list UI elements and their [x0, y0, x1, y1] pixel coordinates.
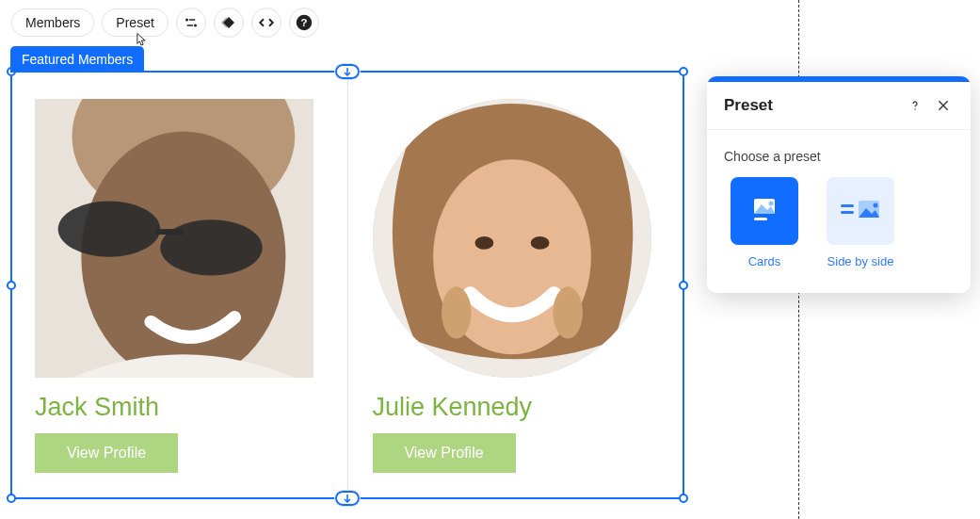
preset-option-cards[interactable]: Cards	[724, 177, 805, 268]
svg-point-20	[769, 202, 774, 206]
panel-header: Preset	[707, 82, 971, 130]
resize-handle[interactable]	[679, 67, 688, 76]
svg-point-25	[874, 203, 878, 208]
selection-badge: Featured Members	[10, 46, 144, 73]
svg-rect-22	[841, 204, 854, 207]
stretch-icon[interactable]	[251, 8, 281, 38]
badge-label: Featured Members	[22, 52, 133, 67]
members-button[interactable]: Members	[11, 8, 94, 37]
preset-panel: Preset Choose a preset Cards Side by sid…	[707, 76, 971, 293]
animation-icon[interactable]	[214, 8, 244, 38]
panel-subtitle: Choose a preset	[724, 149, 954, 164]
preset-thumb-cards-icon	[731, 177, 798, 245]
members-label: Members	[25, 15, 80, 30]
preset-option-label: Cards	[724, 254, 805, 268]
svg-text:?: ?	[300, 17, 307, 28]
cursor-pointer-icon	[132, 31, 151, 54]
resize-handle[interactable]	[7, 494, 16, 503]
settings-icon[interactable]	[176, 8, 206, 38]
svg-rect-21	[754, 218, 767, 220]
preset-label: Preset	[116, 15, 153, 30]
svg-point-18	[914, 108, 915, 109]
help-icon[interactable]: ?	[289, 8, 319, 38]
svg-rect-3	[186, 24, 193, 26]
panel-title: Preset	[724, 96, 897, 115]
panel-help-icon[interactable]	[905, 95, 925, 116]
resize-handle[interactable]	[679, 494, 688, 503]
preset-option-label: Side by side	[820, 254, 901, 268]
resize-handle[interactable]	[679, 281, 688, 290]
close-icon[interactable]	[933, 95, 954, 116]
resize-handle[interactable]	[7, 281, 16, 290]
svg-point-2	[194, 24, 197, 27]
toolbar: Members Preset ?	[11, 8, 319, 38]
drag-handle-top-icon[interactable]	[334, 63, 361, 80]
svg-point-0	[185, 19, 188, 22]
svg-rect-23	[841, 211, 854, 214]
preset-options: Cards Side by side	[724, 177, 954, 268]
preset-option-side-by-side[interactable]: Side by side	[820, 177, 901, 268]
drag-handle-bottom-icon[interactable]	[334, 490, 361, 507]
svg-rect-1	[189, 19, 196, 21]
selection-frame[interactable]	[10, 71, 684, 499]
preset-thumb-side-icon	[827, 177, 894, 245]
